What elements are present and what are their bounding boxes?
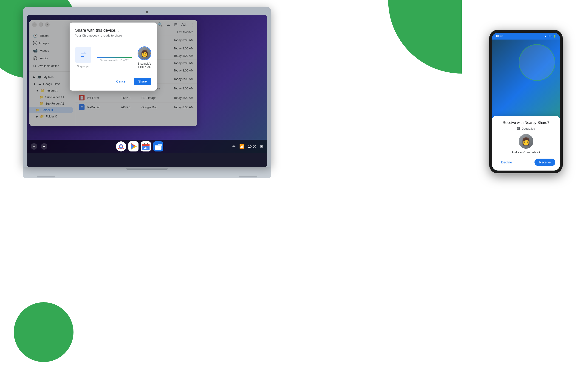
calendar-icon: 31 (141, 141, 151, 152)
dialog-actions: Cancel Share (75, 78, 151, 85)
laptop: — ⬜ ✕ 🔍 ☁ ⊞ AZ ⋮ (23, 7, 271, 178)
phone-body: 10:00 ▲ LTE 🔋 Receive with Nearby Share?… (489, 30, 563, 173)
share-dialog: Share with this device... Your Chromeboo… (70, 23, 157, 91)
nearby-share-title: Receive with Nearby Share? (497, 121, 555, 125)
pencil-icon[interactable]: ✏ (232, 144, 236, 149)
nearby-file-name: Doggo.jpg (521, 127, 535, 130)
multiwindow-icon[interactable]: ⊞ (260, 144, 263, 149)
phone-status-icons: ▲ LTE 🔋 (544, 35, 556, 38)
device-avatar: 👩 (138, 46, 151, 60)
svg-text:31: 31 (144, 146, 148, 150)
nearby-actions: Decline Receive (497, 158, 555, 166)
lte-label: LTE (548, 35, 552, 38)
laptop-screen: — ⬜ ✕ 🔍 ☁ ⊞ AZ ⋮ (27, 15, 267, 167)
taskbar-app-calendar[interactable]: 31 (141, 141, 151, 152)
avatar-image: 👩 (138, 47, 151, 60)
signal-icon: ▲ (544, 35, 547, 38)
connection-id-label: Secure connection ID: A392 (100, 59, 129, 62)
decline-button[interactable]: Decline (497, 159, 517, 166)
file-thumb-icon (79, 50, 88, 60)
laptop-base (23, 172, 271, 178)
phone-status-bar: 10:00 ▲ LTE 🔋 (492, 33, 560, 40)
dialog-overlay: Share with this device... Your Chromeboo… (29, 20, 197, 126)
dialog-header: Share with this device... Your Chromeboo… (75, 28, 151, 37)
laptop-hinge (126, 168, 168, 170)
transfer-device: 👩 Shangela's Pixel 4 XL (138, 46, 151, 68)
laptop-body: — ⬜ ✕ 🔍 ☁ ⊞ AZ ⋮ (23, 7, 271, 167)
nearby-share-card: Receive with Nearby Share? 🖼 Doggo.jpg 👩… (492, 116, 560, 171)
nearby-share-file: 🖼 Doggo.jpg (497, 127, 555, 130)
transfer-connection-line: Secure connection ID: A392 (97, 57, 132, 58)
nearby-file-icon: 🖼 (517, 127, 520, 130)
transfer-file: Doggo.jpg (75, 47, 91, 68)
phone-time: 10:00 (496, 34, 503, 38)
home-dot[interactable]: ● (41, 143, 47, 150)
nearby-device-name: Andreas Chromebook (497, 151, 555, 154)
phone: 10:00 ▲ LTE 🔋 Receive with Nearby Share?… (489, 30, 563, 173)
wifi-icon[interactable]: 📶 (239, 144, 244, 149)
laptop-bottom-edge (23, 167, 271, 172)
laptop-foot-right (239, 176, 257, 178)
chrome-icon (116, 141, 126, 152)
taskbar-left: ← ● (31, 143, 47, 150)
share-button[interactable]: Share (134, 78, 151, 85)
chromeos-desktop: — ⬜ ✕ 🔍 ☁ ⊞ AZ ⋮ (27, 15, 267, 153)
back-button[interactable]: ← (31, 143, 37, 150)
device-name: Shangela's Pixel 4 XL (138, 62, 151, 68)
file-thumbnail (75, 47, 91, 63)
taskbar-app-chrome[interactable] (116, 141, 126, 152)
laptop-foot-left (37, 176, 55, 178)
transfer-file-name: Doggo.jpg (77, 65, 90, 68)
phone-screen: 10:00 ▲ LTE 🔋 Receive with Nearby Share?… (492, 33, 560, 171)
laptop-camera (146, 11, 148, 13)
battery-icon: 🔋 (553, 35, 556, 38)
chromeos-taskbar: ← ● (27, 140, 267, 153)
receive-button[interactable]: Receive (534, 159, 555, 166)
svg-rect-16 (147, 143, 148, 145)
cancel-button[interactable]: Cancel (112, 78, 131, 85)
phone-wallpaper: Receive with Nearby Share? 🖼 Doggo.jpg 👩… (492, 40, 560, 171)
taskbar-apps: 31 (116, 141, 163, 152)
taskbar-time: 10:00 (248, 145, 256, 148)
dialog-transfer-area: Doggo.jpg Secure connection ID: A392 👩 (75, 42, 151, 73)
file-manager-window: — ⬜ ✕ 🔍 ☁ ⊞ AZ ⋮ (29, 20, 197, 126)
nearby-device-avatar: 👩 (519, 134, 533, 149)
svg-rect-3 (81, 56, 84, 57)
svg-rect-14 (142, 144, 149, 146)
nearby-avatar-image: 👩 (519, 134, 533, 149)
svg-rect-15 (144, 143, 145, 145)
taskbar-app-files[interactable] (153, 141, 163, 152)
files-icon (153, 141, 163, 152)
dialog-title: Share with this device... (75, 28, 151, 33)
bg-decoration-green-circle-bottom (14, 302, 74, 362)
taskbar-right: ✏ 📶 10:00 ⊞ (232, 144, 263, 149)
dialog-subtitle: Your Chromebook is ready to share (75, 34, 151, 37)
taskbar-app-play[interactable] (128, 141, 139, 152)
svg-rect-2 (81, 55, 85, 55)
play-store-icon (128, 141, 139, 152)
bg-decoration-green-arc (388, 0, 462, 73)
phone-circle-decoration (519, 44, 555, 81)
